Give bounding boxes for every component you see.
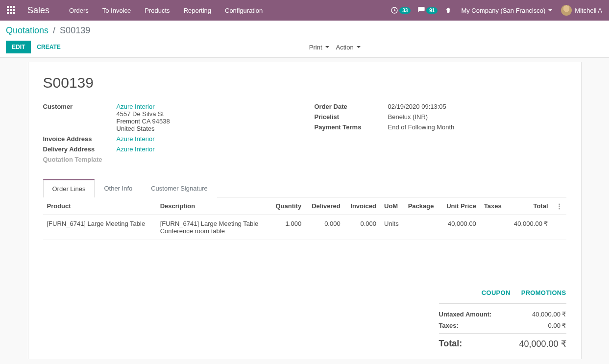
nav-links: Orders To Invoice Products Reporting Con… [69, 7, 263, 14]
cell-quantity: 1.000 [269, 215, 305, 240]
th-package[interactable]: Package [404, 197, 440, 215]
value-untaxed: 40,000.00 ₹ [532, 311, 566, 318]
th-product[interactable]: Product [43, 197, 156, 215]
breadcrumb-current: S00139 [60, 25, 90, 35]
label-payment-terms: Payment Terms [315, 123, 388, 131]
addr-line-2: Fremont CA 94538 [117, 118, 170, 125]
value-taxes: 0.00 ₹ [548, 322, 566, 329]
tab-customer-signature[interactable]: Customer Signature [142, 179, 217, 197]
coupon-button[interactable]: COUPON [482, 289, 511, 296]
cell-description: [FURN_6741] Large Meeting Table Conferen… [156, 215, 269, 240]
debug-icon[interactable] [444, 6, 452, 14]
chevron-down-icon [325, 46, 329, 48]
kebab-icon[interactable]: ⋮ [556, 202, 562, 210]
cell-delivered: 0.000 [305, 215, 344, 240]
tabs: Order Lines Other Info Customer Signatur… [43, 179, 566, 197]
label-taxes: Taxes: [439, 322, 459, 329]
nav-right: 33 91 My Company (San Francisco) Mitchel… [390, 5, 602, 16]
chevron-down-icon [357, 46, 361, 48]
link-delivery-address[interactable]: Azure Interior [117, 146, 155, 153]
link-customer[interactable]: Azure Interior [117, 103, 155, 110]
value-payment-terms: End of Following Month [388, 123, 455, 131]
form-sheet: S00139 Customer Azure Interior 4557 De S… [28, 62, 582, 359]
nav-reporting[interactable]: Reporting [184, 7, 211, 14]
nav-configuration[interactable]: Configuration [225, 7, 263, 14]
company-name: My Company (San Francisco) [461, 7, 545, 14]
chat-badge: 91 [426, 7, 438, 14]
th-uom[interactable]: UoM [380, 197, 404, 215]
info-col-right: Order Date 02/19/2020 09:13:05 Pricelist… [315, 103, 566, 166]
label-order-date: Order Date [315, 103, 388, 110]
nav-products[interactable]: Products [145, 7, 170, 14]
apps-icon[interactable] [7, 6, 16, 15]
cell-product: [FURN_6741] Large Meeting Table [43, 215, 156, 240]
desc-line-1: [FURN_6741] Large Meeting Table [160, 220, 266, 227]
cell-uom: Units [380, 215, 404, 240]
info-col-left: Customer Azure Interior 4557 De Silva St… [43, 103, 295, 166]
desc-line-2: Conference room table [160, 227, 266, 235]
action-label: Action [336, 44, 354, 51]
record-title: S00139 [43, 74, 566, 91]
table-row[interactable]: [FURN_6741] Large Meeting Table [FURN_67… [43, 215, 566, 240]
addr-line-1: 4557 De Silva St [117, 110, 170, 118]
avatar [561, 5, 572, 16]
cell-package [404, 215, 440, 240]
cell-total: 40,000.00 ₹ [507, 215, 552, 240]
action-dropdown[interactable]: Action [336, 44, 361, 51]
top-nav: Sales Orders To Invoice Products Reporti… [0, 0, 609, 21]
value-order-date: 02/19/2020 09:13:05 [388, 103, 446, 110]
label-pricelist: Pricelist [315, 113, 388, 121]
edit-button[interactable]: EDIT [6, 41, 31, 53]
breadcrumb-root[interactable]: Quotations [6, 25, 49, 35]
activity-icon[interactable]: 33 [390, 6, 411, 14]
th-taxes[interactable]: Taxes [480, 197, 507, 215]
label-invoice-address: Invoice Address [43, 135, 117, 143]
label-customer: Customer [43, 103, 117, 132]
th-unit-price[interactable]: Unit Price [440, 197, 480, 215]
th-total[interactable]: Total [507, 197, 552, 215]
value-pricelist: Benelux (INR) [388, 113, 428, 121]
brand[interactable]: Sales [27, 5, 49, 16]
create-button[interactable]: CREATE [31, 41, 66, 53]
label-untaxed: Untaxed Amount: [439, 311, 492, 318]
cell-taxes [480, 215, 507, 240]
cell-unit-price: 40,000.00 [440, 215, 480, 240]
chat-icon[interactable]: 91 [417, 6, 438, 14]
breadcrumb: Quotations / S00139 [6, 25, 603, 36]
value-total: 40,000.00 ₹ [519, 339, 566, 349]
print-label: Print [309, 44, 322, 51]
totals: Untaxed Amount: 40,000.00 ₹ Taxes: 0.00 … [439, 303, 566, 351]
order-lines-table: Product Description Quantity Delivered I… [43, 197, 566, 240]
control-panel: Quotations / S00139 EDIT CREATE Print Ac… [0, 21, 609, 58]
chevron-down-icon [548, 9, 552, 11]
addr-line-3: United States [117, 125, 170, 132]
tab-other-info[interactable]: Other Info [95, 179, 142, 197]
th-invoiced[interactable]: Invoiced [344, 197, 380, 215]
print-dropdown[interactable]: Print [309, 44, 329, 51]
activity-badge: 33 [399, 7, 411, 14]
line-actions: COUPON PROMOTIONS [43, 289, 566, 296]
cell-invoiced: 0.000 [344, 215, 380, 240]
tab-order-lines[interactable]: Order Lines [43, 179, 95, 197]
label-delivery-address: Delivery Address [43, 146, 117, 153]
th-description[interactable]: Description [156, 197, 269, 215]
label-total: Total: [439, 339, 463, 349]
link-invoice-address[interactable]: Azure Interior [117, 135, 155, 143]
company-switcher[interactable]: My Company (San Francisco) [461, 7, 552, 14]
th-delivered[interactable]: Delivered [305, 197, 344, 215]
nav-to-invoice[interactable]: To Invoice [102, 7, 131, 14]
promotions-button[interactable]: PROMOTIONS [521, 289, 566, 296]
label-quotation-template: Quotation Template [43, 156, 117, 163]
th-quantity[interactable]: Quantity [269, 197, 305, 215]
user-name: Mitchell A [575, 7, 602, 14]
user-menu[interactable]: Mitchell A [561, 5, 602, 16]
nav-orders[interactable]: Orders [69, 7, 89, 14]
sheet-wrapper: S00139 Customer Azure Interior 4557 De S… [0, 58, 609, 359]
breadcrumb-sep: / [53, 25, 55, 35]
